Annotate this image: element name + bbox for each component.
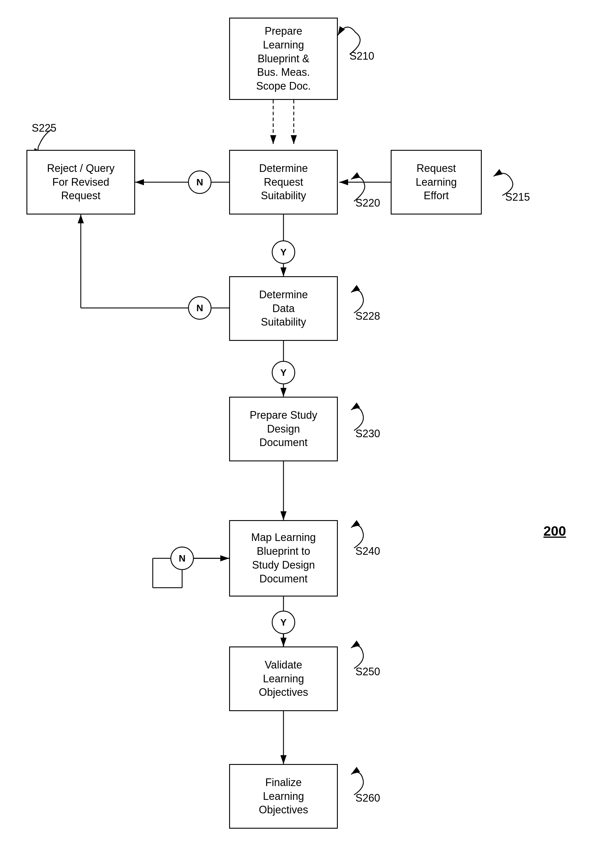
n-circle-3-label: N: [179, 553, 185, 564]
n-circle-1: N: [188, 170, 211, 194]
diagram-number: 200: [543, 523, 566, 539]
prepare-study-label: Prepare Study Design Document: [250, 408, 317, 450]
s225-label: S225: [32, 122, 56, 134]
validate-objectives-box: Validate Learning Objectives: [229, 646, 338, 711]
n-circle-3: N: [170, 547, 194, 570]
y-circle-3: Y: [272, 611, 295, 634]
reject-query-box: Reject / Query For Revised Request: [26, 150, 135, 214]
request-learning-label: Request Learning Effort: [416, 161, 457, 203]
y-circle-3-label: Y: [280, 617, 286, 628]
y-circle-1-label: Y: [280, 247, 286, 258]
s250-label: S250: [355, 666, 380, 678]
y-circle-2: Y: [272, 361, 295, 385]
s228-label: S228: [355, 310, 380, 322]
prepare-blueprint-box: Prepare Learning Blueprint & Bus. Meas. …: [229, 18, 338, 100]
determine-request-box: Determine Request Suitability: [229, 150, 338, 214]
map-learning-label: Map Learning Blueprint to Study Design D…: [251, 531, 316, 586]
diagram-container: Prepare Learning Blueprint & Bus. Meas. …: [0, 0, 616, 841]
y-circle-1: Y: [272, 241, 295, 264]
determine-data-label: Determine Data Suitability: [259, 288, 308, 329]
determine-data-box: Determine Data Suitability: [229, 276, 338, 341]
s230-label: S230: [355, 427, 380, 440]
map-learning-box: Map Learning Blueprint to Study Design D…: [229, 520, 338, 596]
s210-label: S210: [349, 50, 374, 62]
s215-label: S215: [505, 191, 530, 203]
n-circle-2-label: N: [196, 303, 203, 314]
reject-query-label: Reject / Query For Revised Request: [47, 161, 114, 203]
y-circle-2-label: Y: [280, 367, 286, 378]
determine-request-label: Determine Request Suitability: [259, 161, 308, 203]
prepare-blueprint-label: Prepare Learning Blueprint & Bus. Meas. …: [256, 24, 311, 93]
prepare-study-box: Prepare Study Design Document: [229, 397, 338, 461]
n-circle-2: N: [188, 296, 211, 320]
finalize-objectives-box: Finalize Learning Objectives: [229, 764, 338, 829]
s220-label: S220: [355, 197, 380, 209]
finalize-objectives-label: Finalize Learning Objectives: [259, 776, 308, 817]
s260-label: S260: [355, 792, 380, 804]
request-learning-box: Request Learning Effort: [391, 150, 482, 214]
s240-label: S240: [355, 545, 380, 558]
n-circle-1-label: N: [196, 177, 203, 188]
validate-objectives-label: Validate Learning Objectives: [259, 658, 308, 699]
